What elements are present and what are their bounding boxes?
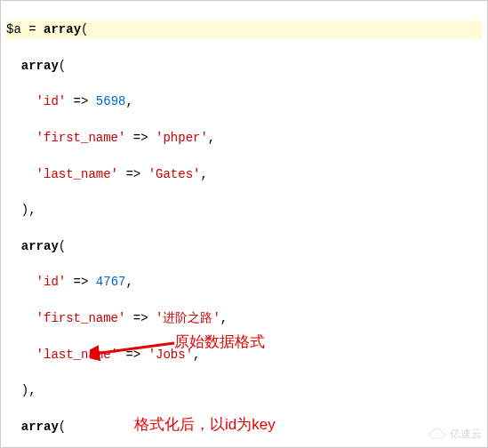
- code-line: 'first_name' => '进阶之路',: [6, 309, 482, 327]
- annotation-formatted: 格式化后，以id为key: [134, 414, 276, 436]
- code-line: ),: [6, 201, 482, 219]
- watermark: 亿速云: [428, 427, 482, 442]
- code-line: array(: [6, 57, 482, 75]
- code-line: 'last_name' => 'Gates',: [6, 165, 482, 183]
- arrow-icon: [90, 334, 179, 361]
- watermark-text: 亿速云: [450, 427, 482, 442]
- cloud-icon: [428, 428, 446, 440]
- code-line: ),: [6, 381, 482, 399]
- code-line: array(: [6, 237, 482, 255]
- code-line: 'id' => 4767,: [6, 273, 482, 291]
- code-line: $a = array(: [6, 20, 482, 38]
- svg-line-0: [94, 343, 174, 354]
- annotation-original: 原始数据格式: [174, 332, 265, 354]
- code-line: 'first_name' => 'phper',: [6, 129, 482, 147]
- keyword: array: [44, 22, 81, 36]
- variable: $a: [6, 22, 21, 36]
- code-line: 'id' => 5698,: [6, 92, 482, 110]
- code-block: $a = array( array( 'id' => 5698, 'first_…: [1, 1, 487, 448]
